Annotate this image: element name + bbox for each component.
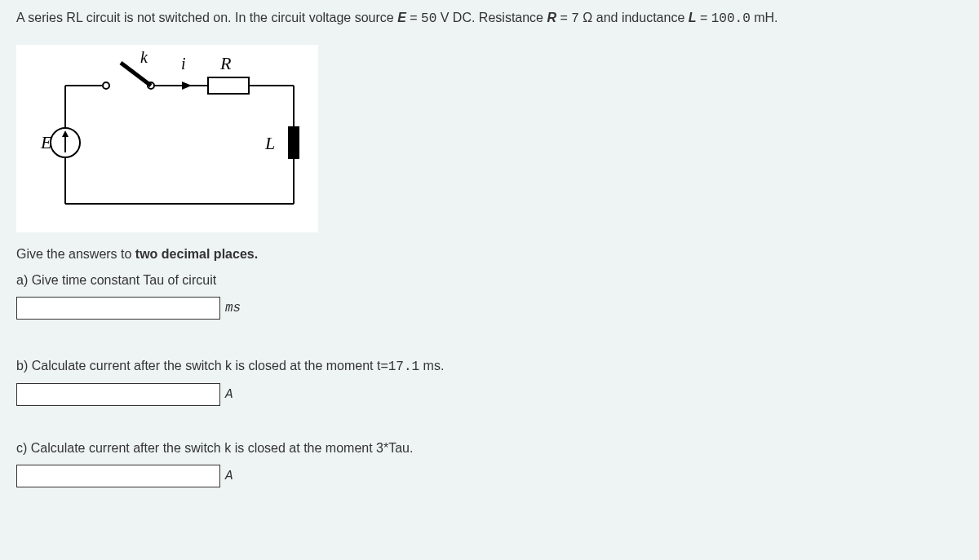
label-k: k [140,48,148,66]
svg-marker-2 [62,130,69,137]
svg-marker-9 [182,82,192,90]
question-c-text: c) Calculate current after the switch k … [16,439,963,458]
E-equals: = [410,11,421,24]
svg-point-5 [103,82,109,89]
L-equals: = [700,11,711,24]
answer-row-b: A [16,383,963,406]
var-L-label: L [689,11,697,24]
question-b-tvalue: 17.1 [388,359,419,374]
label-R: R [219,53,232,73]
intro-text: A series RL circuit is not switched on. … [16,11,397,24]
question-b-part2: ms. [419,359,444,373]
circuit-diagram: E k i R L [16,45,318,232]
svg-rect-13 [288,126,299,159]
svg-rect-10 [208,77,249,94]
label-i: i [181,55,186,73]
answer-input-c[interactable] [16,465,220,487]
unit-c: A [225,466,233,486]
answer-input-b[interactable] [16,383,220,406]
label-L: L [264,133,275,153]
var-E-label: E [397,11,406,24]
R-unit: Ω and inductance [583,11,688,24]
problem-statement: A series RL circuit is not switched on. … [16,8,963,29]
L-unit: mH. [754,11,777,24]
question-a-text: a) Give time constant Tau of circuit [16,271,963,290]
answer-row-c: A [16,465,963,487]
var-R-label: R [547,11,556,24]
label-E: E [40,132,52,152]
L-value: 100.0 [711,11,751,26]
svg-line-7 [121,63,151,86]
unit-b: A [225,385,233,404]
precision-part1: Give the answers to [16,247,135,261]
answer-row-a: ms [16,297,963,320]
precision-instruction: Give the answers to two decimal places. [16,245,963,264]
R-equals: = [560,11,571,24]
unit-a: ms [225,298,241,318]
R-value: 7 [571,11,579,26]
question-b-part1: b) Calculate current after the switch k … [16,359,388,373]
E-unit: V DC. Resistance [441,11,547,24]
answer-input-a[interactable] [16,297,220,320]
E-value: 50 [421,11,436,26]
question-b-text: b) Calculate current after the switch k … [16,356,963,377]
precision-bold: two decimal places. [135,247,258,261]
